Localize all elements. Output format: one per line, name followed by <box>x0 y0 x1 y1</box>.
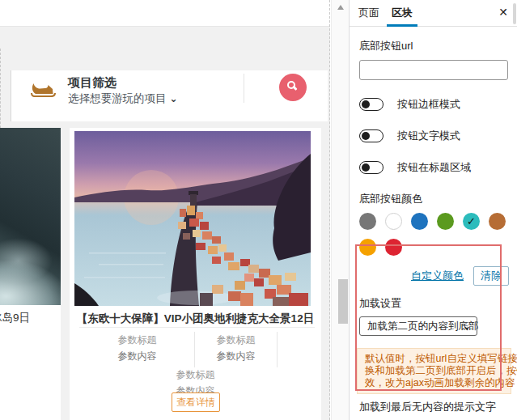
tour-card-partial[interactable]: 冰岛9日 <box>0 128 61 420</box>
param-cell: 参数标题 参数内容 <box>80 332 195 367</box>
custom-color-link[interactable]: 自定义颜色 <box>411 269 464 283</box>
color-swatch-gray[interactable] <box>359 213 376 230</box>
selected-check-icon: ✓ <box>463 213 480 230</box>
search-icon <box>287 81 295 89</box>
button-color-label: 底部按钮颜色 <box>359 192 507 206</box>
load-notice-box: 默认值时，按钮url自定义填写链接，换一 换和加载第二页到底部开启后，按钮url… <box>357 348 511 394</box>
settings-sidebar: 页面 区块 ✕ 底部按钮url 按钮边框模式 按钮文字模式 按钮在标题区域 底部… <box>349 0 517 420</box>
tab-block[interactable]: 区块 <box>387 0 417 27</box>
color-swatch-white[interactable] <box>385 213 402 230</box>
color-actions-row: 自定义颜色 清除 <box>359 266 509 286</box>
color-swatch-orange[interactable] <box>359 239 376 256</box>
title-area-toggle[interactable] <box>359 161 384 174</box>
tour-title: 【东欧十大保障】VIP小团奥地利捷克大全景12日 <box>70 312 321 326</box>
filter-title: 项目筛选 <box>68 75 117 91</box>
text-mode-toggle[interactable] <box>359 129 384 142</box>
tour-card-caption: 冰岛9日 <box>0 311 61 325</box>
close-icon[interactable]: ✕ <box>498 6 508 19</box>
sidebar-tabs: 页面 区块 ✕ <box>350 0 517 27</box>
bottom-button-url-label: 底部按钮url <box>359 39 507 53</box>
color-swatch-red[interactable] <box>385 239 402 256</box>
previous-block-area <box>0 0 330 27</box>
load-settings-label: 加载设置 <box>359 296 507 311</box>
select-chevron-icon: ⌄ <box>463 317 471 335</box>
tab-page[interactable]: 页面 <box>354 0 384 27</box>
param-cell: 参数标题 参数内容 <box>195 332 278 367</box>
divider <box>244 74 244 103</box>
param-grid: 参数标题 参数内容 参数标题 参数内容 <box>80 332 278 367</box>
canvas-right-boundary <box>329 0 330 420</box>
tour-photo-cliff <box>0 128 61 305</box>
color-swatch-green[interactable] <box>437 213 454 230</box>
color-swatch-blue[interactable] <box>411 213 428 230</box>
filter-bar-block[interactable]: 项目筛选 选择想要游玩的项目⌄ <box>11 70 328 121</box>
tour-card-main[interactable]: 【东欧十大保障】VIP小团奥地利捷克大全景12日 参数标题 参数内容 参数标题 … <box>70 128 321 420</box>
chevron-down-icon: ⌄ <box>170 93 178 104</box>
color-swatches: ✓ <box>359 213 517 265</box>
toggle-row-border-mode: 按钮边框模式 <box>359 97 507 112</box>
search-button[interactable] <box>279 74 307 101</box>
bottom-button-url-input[interactable] <box>359 60 508 80</box>
divider <box>79 327 315 328</box>
sidebar-scrollbar-thumb[interactable] <box>513 3 516 24</box>
load-mode-select[interactable]: 加载第二页的内容到底部 ⌄ <box>359 316 477 336</box>
border-mode-toggle[interactable] <box>359 98 384 111</box>
color-swatch-teal-selected[interactable]: ✓ <box>463 213 480 230</box>
clear-color-button[interactable]: 清除 <box>473 266 509 286</box>
color-swatch-brown[interactable] <box>489 213 506 230</box>
tour-photo-vernazza <box>74 131 311 306</box>
editor-canvas: 项目筛选 选择想要游玩的项目⌄ 冰岛9日 <box>0 0 330 420</box>
view-details-button[interactable]: 查看详情 <box>172 392 220 412</box>
scroll-up-icon[interactable] <box>337 5 344 10</box>
toggle-row-title-area: 按钮在标题区域 <box>359 160 507 175</box>
sled-icon <box>31 78 58 100</box>
toggle-row-text-mode: 按钮文字模式 <box>359 129 507 143</box>
no-more-content-label: 加载到最后无内容的提示文字 <box>359 400 507 414</box>
scrollbar-thumb[interactable] <box>338 279 348 324</box>
canvas-scrollbar[interactable] <box>331 0 349 420</box>
filter-subtitle[interactable]: 选择想要游玩的项目⌄ <box>68 91 178 106</box>
